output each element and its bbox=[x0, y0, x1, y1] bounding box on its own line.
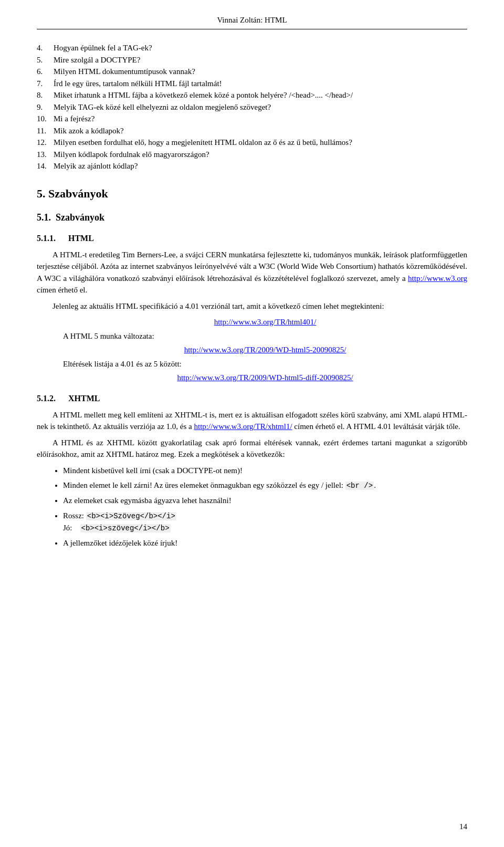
list-item: 6. Milyen HTML dokumentumtípusok vannak? bbox=[37, 66, 467, 78]
list-item: Az elemeket csak egymásba ágyazva lehet … bbox=[63, 495, 467, 507]
page: Vinnai Zoltán: HTML 4. Hogyan épülnek fe… bbox=[0, 0, 504, 847]
list-item: 5. Mire szolgál a DOCTYPE? bbox=[37, 54, 467, 66]
para-html-2: Jelenleg az aktuális HTML specifikáció a… bbox=[37, 300, 467, 312]
html5-diff-label-row: Eltérések listája a 4.01 és az 5 között:… bbox=[63, 358, 467, 384]
content: 4. Hogyan épülnek fel a TAG-ek? 5. Mire … bbox=[37, 42, 467, 549]
list-item: Minden elemet le kell zárni! Az üres ele… bbox=[63, 479, 467, 492]
para-html-1: A HTML-t eredetileg Tim Berners-Lee, a s… bbox=[37, 249, 467, 296]
html5-diff-link[interactable]: http://www.w3.org/TR/2009/WD-html5-diff-… bbox=[177, 373, 353, 382]
header-title: Vinnai Zoltán: HTML bbox=[217, 16, 287, 24]
subsubsection-5-1-2: 5.1.2. XHTML A HTML mellett meg kell eml… bbox=[37, 392, 467, 549]
subsubsection-5-1-1: 5.1.1. HTML A HTML-t eredetileg Tim Bern… bbox=[37, 232, 467, 384]
html401-link[interactable]: http://www.w3.org/TR/html401/ bbox=[214, 318, 317, 326]
section-5-title: 5. Szabványok bbox=[37, 185, 467, 202]
xhtml-rules-list: Mindent kisbetűvel kell írni (csak a DOC… bbox=[63, 465, 467, 549]
html5-link[interactable]: http://www.w3.org/TR/2009/WD-html5-20090… bbox=[184, 346, 346, 354]
list-item: 14. Melyik az ajánlott kódlap? bbox=[37, 160, 467, 172]
list-item: Mindent kisbetűvel kell írni (csak a DOC… bbox=[63, 465, 467, 477]
subsection-5-1-title: 5.1. Szabványok bbox=[37, 211, 467, 225]
link2-block: http://www.w3.org/TR/2009/WD-html5-20090… bbox=[63, 344, 467, 356]
para-xhtml-1: A HTML mellett meg kell említeni az XHTM… bbox=[37, 409, 467, 433]
link3-block: http://www.w3.org/TR/2009/WD-html5-diff-… bbox=[63, 372, 467, 384]
list-item: 12. Milyen esetben fordulhat elő, hogy a… bbox=[37, 137, 467, 149]
list-item: 11. Mik azok a kódlapok? bbox=[37, 125, 467, 137]
list-item: 8. Miket írhatunk a HTML fájba a követke… bbox=[37, 89, 467, 101]
good-code: <b><i>szöveg</i></b> bbox=[80, 524, 171, 532]
page-footer: 14 bbox=[459, 822, 467, 831]
list-item: A jellemzőket idézőjelek közé írjuk! bbox=[63, 537, 467, 549]
list-item: 4. Hogyan épülnek fel a TAG-ek? bbox=[37, 42, 467, 54]
list-item: 9. Melyik TAG-ek közé kell elhelyezni az… bbox=[37, 101, 467, 113]
w3org-link[interactable]: http://www.w3.org bbox=[408, 274, 467, 283]
links-block: http://www.w3.org/TR/html401/ A HTML 5 m… bbox=[63, 316, 467, 384]
page-header: Vinnai Zoltán: HTML bbox=[37, 16, 467, 29]
list-item: 13. Milyen kódlapok fordulnak elő magyar… bbox=[37, 149, 467, 161]
list-item: Rossz: <b><i>Szöveg</b></i> Jó: <b><i>sz… bbox=[63, 510, 467, 534]
subsubsection-5-1-2-title: 5.1.2. XHTML bbox=[37, 392, 467, 405]
para-xhtml-2: A HTML és az XHTML között gyakorlatilag … bbox=[37, 437, 467, 461]
page-number: 14 bbox=[459, 822, 467, 831]
questions-list: 4. Hogyan épülnek fel a TAG-ek? 5. Mire … bbox=[37, 42, 467, 172]
br-code: <br /> bbox=[345, 482, 374, 490]
subsection-5-1: 5.1. Szabványok 5.1.1. HTML A HTML-t ere… bbox=[37, 211, 467, 549]
xhtml1-link[interactable]: http://www.w3.org/TR/xhtml1/ bbox=[194, 422, 292, 431]
list-item: 7. Írd le egy üres, tartalom nélküli HTM… bbox=[37, 78, 467, 90]
bad-code: <b><i>Szöveg</b></i> bbox=[86, 512, 176, 520]
link1-block: http://www.w3.org/TR/html401/ bbox=[63, 316, 467, 328]
subsubsection-5-1-1-title: 5.1.1. HTML bbox=[37, 232, 467, 245]
list-item: 10. Mi a fejrész? bbox=[37, 113, 467, 125]
html5-label-row: A HTML 5 munka változata: http://www.w3.… bbox=[63, 330, 467, 356]
